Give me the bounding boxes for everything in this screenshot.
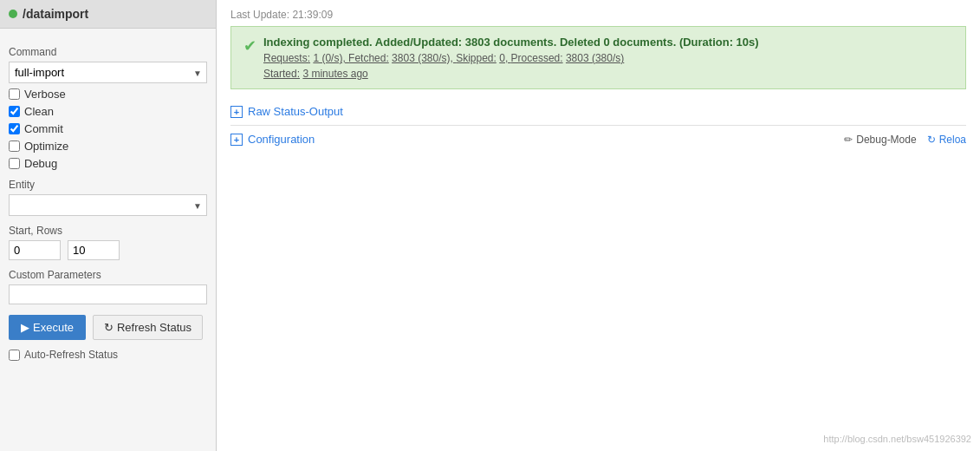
configuration-expand[interactable]: + Configuration — [230, 133, 315, 146]
sidebar-title: /dataimport — [23, 7, 88, 21]
pencil-icon: ✏ — [844, 134, 853, 146]
requests-label: Requests: — [263, 52, 310, 64]
start-rows-label: Start, Rows — [9, 225, 207, 237]
reload-button[interactable]: ↻ Reloa — [927, 134, 966, 146]
verbose-checkbox-row: Verbose — [9, 88, 207, 101]
check-icon: ✔ — [243, 36, 256, 56]
processed-label: Processed: — [511, 52, 563, 64]
status-box: ✔ Indexing completed. Added/Updated: 380… — [230, 26, 966, 89]
start-input[interactable] — [9, 240, 61, 260]
raw-status-expand-icon: + — [230, 106, 243, 118]
started-label: Started: — [263, 68, 300, 80]
started-value: 3 minutes ago — [302, 68, 367, 80]
custom-params-input[interactable]: key1=val1&key2=val2 — [9, 284, 207, 304]
processed-value: 3803 (380/s) — [566, 52, 624, 64]
optimize-label: Optimize — [24, 140, 68, 153]
raw-status-label: Raw Status-Output — [248, 105, 343, 118]
skipped-value: 0, — [499, 52, 510, 64]
commit-checkbox[interactable] — [9, 123, 20, 134]
auto-refresh-checkbox[interactable] — [9, 350, 20, 361]
reload-label: Reloa — [939, 134, 966, 146]
debug-label: Debug — [24, 157, 57, 170]
command-select[interactable]: full-import delta-import abort status — [9, 62, 207, 83]
status-title: Indexing completed. Added/Updated: 3803 … — [263, 36, 759, 49]
entity-label: Entity — [9, 179, 207, 191]
command-label: Command — [9, 46, 207, 58]
start-rows-row — [9, 240, 207, 260]
debug-mode-label: Debug-Mode — [856, 134, 916, 146]
config-right-buttons: ✏ Debug-Mode ↻ Reloa — [844, 134, 966, 146]
refresh-label: Refresh Status — [117, 321, 191, 334]
status-details: Requests: 1 (0/s), Fetched: 3803 (380/s)… — [263, 52, 759, 64]
started-row: Started: 3 minutes ago — [263, 68, 759, 80]
optimize-checkbox-row: Optimize — [9, 140, 207, 153]
last-update: Last Update: 21:39:09 — [230, 9, 966, 21]
config-expand-icon: + — [230, 134, 243, 146]
requests-value: 1 (0/s), — [313, 52, 348, 64]
auto-refresh-row: Auto-Refresh Status — [9, 349, 207, 361]
command-select-wrap: full-import delta-import abort status ▼ — [9, 62, 207, 83]
raw-status-row[interactable]: + Raw Status-Output — [230, 98, 966, 126]
rows-input[interactable] — [68, 240, 120, 260]
sidebar-header: /dataimport — [0, 0, 216, 29]
watermark: http://blog.csdn.net/bsw451926392 — [823, 434, 971, 444]
entity-select[interactable] — [9, 194, 207, 216]
fetched-label: Fetched: — [348, 52, 389, 64]
button-row: ▶ Execute ↻ Refresh Status — [9, 315, 207, 340]
skipped-label: Skipped: — [456, 52, 496, 64]
status-success-row: ✔ Indexing completed. Added/Updated: 380… — [243, 36, 953, 80]
debug-checkbox-row: Debug — [9, 157, 207, 170]
status-text-block: Indexing completed. Added/Updated: 3803 … — [263, 36, 759, 80]
execute-label: Execute — [33, 321, 74, 334]
entity-select-wrap: ▼ — [9, 194, 207, 216]
custom-params-label: Custom Parameters — [9, 269, 207, 281]
debug-mode-button[interactable]: ✏ Debug-Mode — [844, 134, 916, 146]
refresh-status-button[interactable]: ↻ Refresh Status — [93, 315, 203, 340]
optimize-checkbox[interactable] — [9, 141, 20, 152]
sidebar: /dataimport Command full-import delta-im… — [0, 0, 217, 451]
auto-refresh-label: Auto-Refresh Status — [24, 349, 118, 361]
execute-button[interactable]: ▶ Execute — [9, 315, 86, 340]
verbose-label: Verbose — [24, 88, 66, 101]
configuration-label: Configuration — [248, 133, 315, 146]
fetched-value: 3803 (380/s), — [392, 52, 456, 64]
verbose-checkbox[interactable] — [9, 88, 20, 100]
clean-checkbox-row: Clean — [9, 105, 207, 118]
reload-icon: ↻ — [927, 134, 936, 146]
status-dot — [9, 10, 17, 18]
sidebar-content: Command full-import delta-import abort s… — [0, 29, 216, 369]
commit-checkbox-row: Commit — [9, 122, 207, 135]
commit-label: Commit — [24, 122, 63, 135]
main-content: Last Update: 21:39:09 ✔ Indexing complet… — [217, 0, 980, 451]
clean-label: Clean — [24, 105, 54, 118]
configuration-row: + Configuration ✏ Debug-Mode ↻ Reloa — [230, 126, 966, 153]
clean-checkbox[interactable] — [9, 106, 20, 117]
refresh-icon: ↻ — [104, 321, 114, 334]
debug-checkbox[interactable] — [9, 158, 20, 169]
execute-icon: ▶ — [21, 321, 29, 334]
